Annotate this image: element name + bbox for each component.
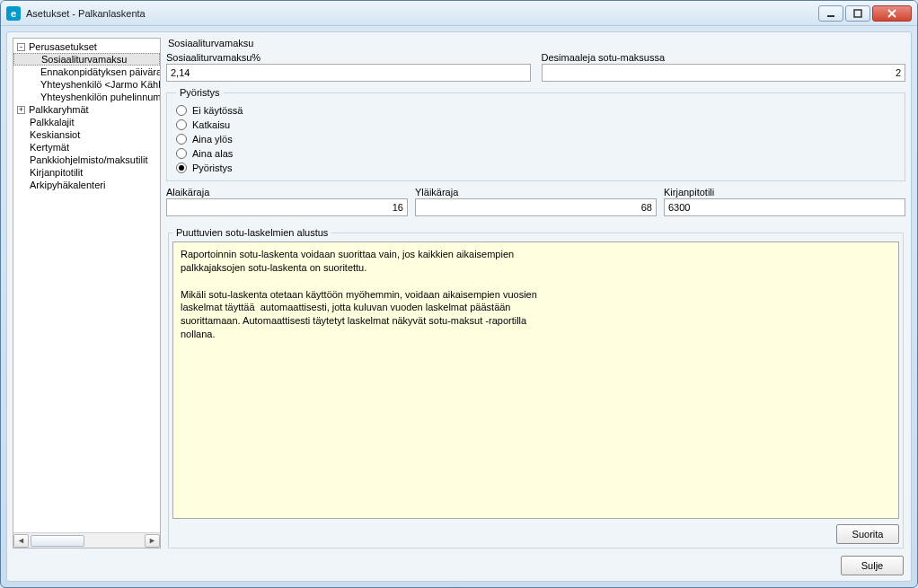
sotu-percent-label: Sosiaaliturvamaksu% <box>166 52 531 63</box>
settings-tree-panel: - Perusasetukset Sosiaaliturvamaksu Enna… <box>13 38 161 549</box>
minimize-icon <box>826 9 835 18</box>
tree-node-yhteyshenkilo-puhelin[interactable]: Yhteyshenkilön puhelinnumero <box>13 91 160 103</box>
tree-node-label: Ennakonpidätyksen päiväraha <box>40 66 160 77</box>
tree-node-label: Yhteyshenkilön puhelinnumero <box>40 92 160 102</box>
tree-node-perusasetukset[interactable]: - Perusasetukset <box>13 40 160 53</box>
tree-node-ennakonpidatys[interactable]: Ennakonpidätyksen päiväraha <box>13 66 160 78</box>
expand-icon[interactable]: + <box>17 106 25 114</box>
close-dialog-button[interactable]: Sulje <box>841 556 904 575</box>
scroll-track[interactable] <box>29 534 145 548</box>
radio-icon <box>176 134 187 145</box>
radio-label: Ei käytössä <box>192 105 243 116</box>
decimals-label: Desimaaleja sotu-maksussa <box>542 52 906 63</box>
app-icon: e <box>6 6 21 21</box>
svg-rect-0 <box>827 15 834 17</box>
settings-tree[interactable]: - Perusasetukset Sosiaaliturvamaksu Enna… <box>13 39 160 532</box>
radio-icon <box>176 105 187 116</box>
app-window: e Asetukset - Palkanlaskenta - Perusaset… <box>0 0 918 588</box>
rounding-legend: Pyöristys <box>176 87 224 98</box>
rounding-option-up[interactable]: Aina ylös <box>176 132 896 146</box>
tree-node-label: Kirjanpitotilit <box>30 167 83 178</box>
tree-node-palkkalajit[interactable]: Palkkalajit <box>13 116 160 128</box>
collapse-icon[interactable]: - <box>17 43 25 51</box>
tree-node-label: Yhteyshenkilö <Jarmo Kähkönen> <box>40 79 160 90</box>
tree-node-label: Arkipyhäkalenteri <box>30 180 105 190</box>
tree-node-label: Palkkaryhmät <box>29 104 89 115</box>
tree-node-kertymat[interactable]: Kertymät <box>13 141 160 154</box>
execute-button[interactable]: Suorita <box>836 524 899 544</box>
sotu-percent-input[interactable] <box>166 64 531 82</box>
main-panel: Sosiaaliturvamaksu Sosiaaliturvamaksu% D… <box>166 38 905 549</box>
dialog-footer: Sulje <box>13 554 905 575</box>
field-sotu-percent: Sosiaaliturvamaksu% <box>166 52 531 82</box>
tree-horizontal-scrollbar[interactable]: ◄ ► <box>13 532 160 548</box>
rounding-group: Pyöristys Ei käytössä Katkaisu Aina ylös <box>166 87 905 181</box>
tree-node-label: Perusasetukset <box>29 41 97 52</box>
field-max-age: Yläikäraja <box>415 187 657 216</box>
tree-node-arkipyhakalenteri[interactable]: Arkipyhäkalenteri <box>13 179 160 191</box>
account-label: Kirjanpitotili <box>664 187 905 197</box>
rounding-option-truncate[interactable]: Katkaisu <box>176 118 896 132</box>
titlebar: e Asetukset - Palkanlaskenta <box>1 1 917 26</box>
tree-node-kirjanpitotilit[interactable]: Kirjanpitotilit <box>13 166 160 179</box>
radio-label: Katkaisu <box>192 119 230 130</box>
min-age-label: Alaikäraja <box>166 187 408 197</box>
window-title: Asetukset - Palkanlaskenta <box>26 8 818 19</box>
page-title: Sosiaaliturvamaksu <box>166 38 905 50</box>
max-age-input[interactable] <box>415 198 657 216</box>
tree-node-sosiaaliturvamaksu[interactable]: Sosiaaliturvamaksu <box>13 53 160 66</box>
tree-node-pankkiohjelmisto[interactable]: Pankkiohjelmisto/maksutilit <box>13 154 160 166</box>
min-age-input[interactable] <box>166 198 408 216</box>
radio-icon <box>176 162 187 173</box>
client-area: - Perusasetukset Sosiaaliturvamaksu Enna… <box>6 31 912 582</box>
rounding-option-round[interactable]: Pyöristys <box>176 161 896 175</box>
tree-node-label: Pankkiohjelmisto/maksutilit <box>30 154 147 165</box>
field-decimals: Desimaaleja sotu-maksussa <box>542 52 906 82</box>
tree-node-palkkaryhmat[interactable]: + Palkkaryhmät <box>13 103 160 116</box>
scroll-left-button[interactable]: ◄ <box>13 534 29 548</box>
tree-node-yhteyshenkilo[interactable]: Yhteyshenkilö <Jarmo Kähkönen> <box>13 78 160 91</box>
field-min-age: Alaikäraja <box>166 187 408 216</box>
scroll-right-button[interactable]: ► <box>145 534 160 548</box>
missing-sotu-text: Raportoinnin sotu-laskenta voidaan suori… <box>172 241 899 519</box>
rounding-option-down[interactable]: Aina alas <box>176 146 896 161</box>
tree-node-label: Palkkalajit <box>30 117 75 127</box>
scroll-thumb[interactable] <box>31 535 84 547</box>
max-age-label: Yläikäraja <box>415 187 657 197</box>
tree-node-label: Kertymät <box>30 142 69 153</box>
decimals-input[interactable] <box>542 64 906 82</box>
field-account: Kirjanpitotili <box>664 187 905 216</box>
close-button[interactable] <box>872 5 912 22</box>
radio-icon <box>176 148 187 159</box>
radio-label: Aina alas <box>192 148 233 159</box>
minimize-button[interactable] <box>818 5 843 22</box>
svg-rect-1 <box>854 10 861 17</box>
close-icon <box>887 9 897 18</box>
radio-label: Aina ylös <box>192 134 233 145</box>
tree-node-keskiansiot[interactable]: Keskiansiot <box>13 128 160 141</box>
maximize-icon <box>853 9 862 18</box>
radio-label: Pyöristys <box>192 162 233 173</box>
missing-sotu-legend: Puuttuvien sotu-laskelmien alustus <box>172 227 331 238</box>
tree-node-label: Keskiansiot <box>30 129 80 140</box>
missing-sotu-group: Puuttuvien sotu-laskelmien alustus Rapor… <box>168 227 904 549</box>
tree-node-label: Sosiaaliturvamaksu <box>41 54 127 65</box>
maximize-button[interactable] <box>845 5 870 22</box>
rounding-option-none[interactable]: Ei käytössä <box>176 103 896 118</box>
account-input[interactable] <box>664 198 905 216</box>
radio-icon <box>176 119 187 130</box>
